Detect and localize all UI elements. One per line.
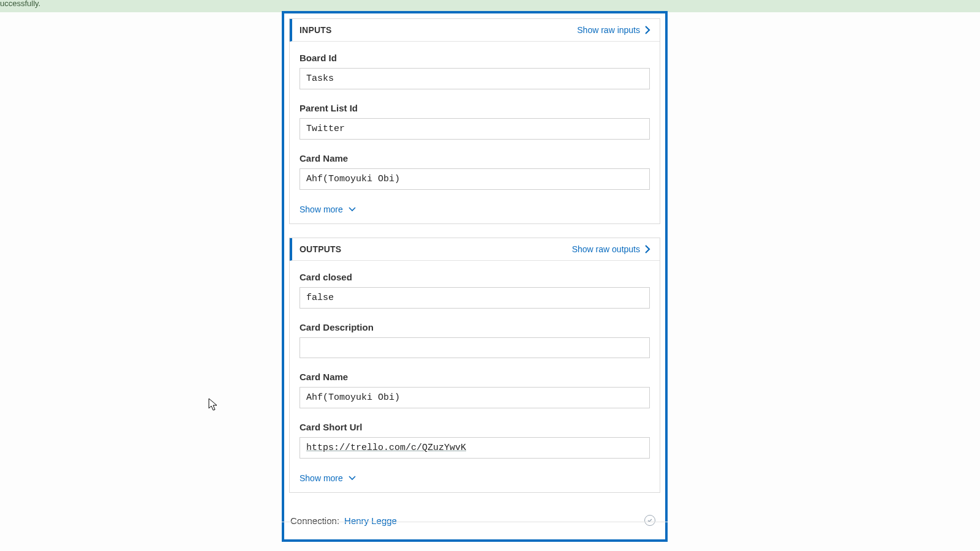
- field-label: Parent List Id: [300, 103, 650, 113]
- show-more-label: Show more: [300, 473, 343, 483]
- show-raw-inputs-link[interactable]: Show raw inputs: [577, 25, 651, 35]
- inputs-header: INPUTS Show raw inputs: [290, 19, 660, 42]
- inputs-show-more[interactable]: Show more: [300, 204, 356, 214]
- outputs-show-more[interactable]: Show more: [300, 473, 356, 483]
- field-card-name: Card Name Ahf(Tomoyuki Obi): [300, 153, 650, 190]
- show-raw-inputs-label: Show raw inputs: [577, 25, 640, 35]
- field-label: Card Name: [300, 372, 650, 382]
- field-label: Card Name: [300, 153, 650, 163]
- success-banner-text: uccessfully.: [0, 0, 40, 8]
- chevron-right-icon: [644, 244, 651, 254]
- field-card-closed: Card closed false: [300, 272, 650, 309]
- field-parent-list-id: Parent List Id Twitter: [300, 103, 650, 140]
- outputs-header: OUTPUTS Show raw outputs: [290, 238, 660, 261]
- show-more-label: Show more: [300, 204, 343, 214]
- inputs-body: Board Id Tasks Parent List Id Twitter Ca…: [290, 42, 660, 223]
- flow-step-card: INPUTS Show raw inputs Board Id Tasks Pa…: [282, 11, 668, 542]
- field-value[interactable]: false: [300, 287, 650, 309]
- field-value[interactable]: https://trello.com/c/QZuzYwvK: [300, 437, 650, 459]
- field-label: Card Short Url: [300, 422, 650, 432]
- field-label: Card closed: [300, 272, 650, 282]
- field-label: Card Description: [300, 322, 650, 332]
- divider: [282, 522, 668, 522]
- show-raw-outputs-label: Show raw outputs: [572, 244, 640, 254]
- field-value[interactable]: Ahf(Tomoyuki Obi): [300, 168, 650, 190]
- outputs-section: OUTPUTS Show raw outputs Card closed fal…: [289, 238, 660, 493]
- show-raw-outputs-link[interactable]: Show raw outputs: [572, 244, 651, 254]
- field-card-name-out: Card Name Ahf(Tomoyuki Obi): [300, 372, 650, 408]
- chevron-right-icon: [644, 25, 651, 35]
- field-value[interactable]: Ahf(Tomoyuki Obi): [300, 387, 650, 408]
- field-board-id: Board Id Tasks: [300, 53, 650, 89]
- field-value[interactable]: Tasks: [300, 68, 650, 89]
- field-card-description: Card Description: [300, 322, 650, 358]
- connection-status-icon: [644, 515, 655, 526]
- mouse-cursor-icon: [208, 398, 218, 411]
- field-value[interactable]: Twitter: [300, 118, 650, 140]
- inputs-title: INPUTS: [300, 25, 332, 35]
- chevron-down-icon: [348, 475, 356, 481]
- field-value[interactable]: [300, 337, 650, 358]
- inputs-section: INPUTS Show raw inputs Board Id Tasks Pa…: [289, 18, 660, 224]
- outputs-title: OUTPUTS: [300, 244, 341, 254]
- chevron-down-icon: [348, 206, 356, 212]
- success-banner: uccessfully.: [0, 0, 980, 12]
- field-label: Board Id: [300, 53, 650, 63]
- connection-name[interactable]: Henry Legge: [344, 515, 397, 526]
- outputs-body: Card closed false Card Description Card …: [290, 261, 660, 492]
- connection-row: Connection: Henry Legge: [284, 506, 665, 539]
- connection-label: Connection:: [290, 515, 339, 526]
- field-card-short-url: Card Short Url https://trello.com/c/QZuz…: [300, 422, 650, 459]
